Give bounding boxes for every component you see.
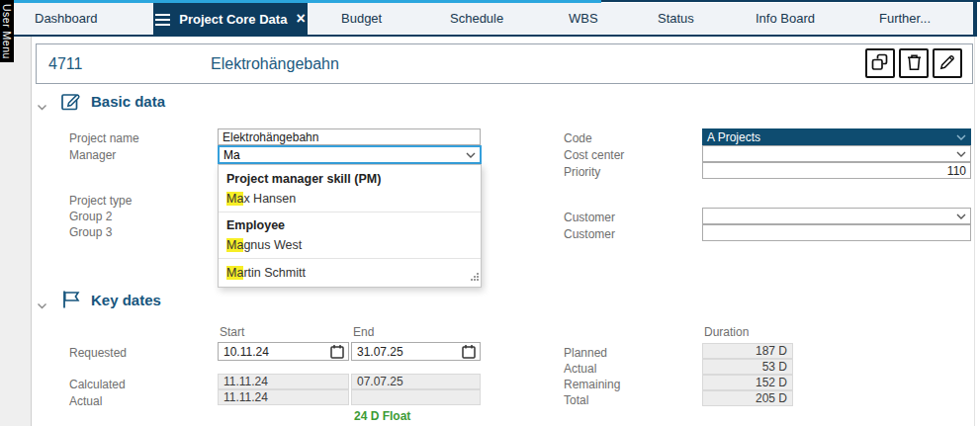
- customer-input[interactable]: [702, 224, 971, 241]
- planned-duration-label: Planned: [564, 345, 607, 361]
- manager-combobox[interactable]: Ma: [218, 145, 482, 164]
- actual-duration-label: Actual: [564, 361, 596, 377]
- duration-column-header: Duration: [704, 325, 749, 339]
- tab-schedule[interactable]: Schedule: [450, 3, 503, 35]
- basic-data-section-title: Basic data: [91, 91, 165, 113]
- header-actions: [865, 48, 962, 78]
- tab-further[interactable]: Further...: [879, 3, 931, 35]
- user-menu-toggle[interactable]: User Menu: [0, 0, 14, 62]
- tab-project-core-data[interactable]: Project Core Data ×: [153, 3, 308, 35]
- code-label: Code: [564, 130, 592, 146]
- top-border-line: [601, 0, 980, 2]
- chevron-down-icon[interactable]: [956, 213, 966, 219]
- edit-button[interactable]: [933, 48, 962, 78]
- resize-grip-icon[interactable]: [470, 267, 479, 285]
- requested-end-date-input[interactable]: 31.07.25: [351, 342, 481, 361]
- priority-input[interactable]: [702, 162, 971, 179]
- calendar-icon[interactable]: [330, 344, 344, 359]
- chevron-down-icon[interactable]: [956, 134, 966, 140]
- group3-label: Group 3: [69, 224, 112, 240]
- calculated-start-field: 11.11.24: [218, 374, 349, 389]
- project-header: 4711 Elektrohängebahn: [36, 43, 973, 84]
- actual-label: Actual: [69, 393, 102, 409]
- code-value: A Projects: [703, 130, 956, 144]
- requested-end-value: 31.07.25: [352, 345, 462, 359]
- actual-start-field: 11.11.24: [218, 389, 349, 405]
- trash-icon: [906, 53, 923, 74]
- key-dates-collapse-chevron-icon[interactable]: [37, 297, 47, 304]
- left-rail: [0, 37, 32, 426]
- actual-duration-field: 53 D: [702, 359, 793, 375]
- planned-duration-field: 187 D: [702, 343, 793, 359]
- project-title: Elektrohängebahn: [211, 44, 339, 83]
- manager-value: Ma: [220, 148, 466, 162]
- copy-button[interactable]: [865, 48, 895, 78]
- manager-label: Manager: [69, 147, 116, 163]
- float-note: 24 D Float: [354, 409, 410, 423]
- cost-center-select[interactable]: [702, 145, 971, 162]
- dropdown-separator: [219, 258, 481, 259]
- calendar-icon[interactable]: [462, 344, 476, 359]
- total-duration-label: Total: [564, 392, 588, 408]
- remaining-duration-label: Remaining: [564, 377, 620, 392]
- customer-label-2: Customer: [564, 226, 615, 242]
- tab-bar-bottom-border: [13, 35, 977, 37]
- tab-budget[interactable]: Budget: [341, 3, 382, 35]
- end-column-header: End: [353, 325, 374, 339]
- content-right-border: [974, 37, 975, 426]
- customer-label-1: Customer: [564, 210, 615, 225]
- chevron-down-icon[interactable]: [956, 151, 966, 157]
- code-select[interactable]: A Projects: [702, 128, 971, 145]
- actual-end-field: [351, 389, 481, 405]
- basic-data-collapse-chevron-icon[interactable]: [37, 98, 47, 106]
- tab-wbs[interactable]: WBS: [569, 3, 598, 35]
- user-menu-label: User Menu: [1, 4, 13, 59]
- app-window: Dashboard Project Core Data × Budget Sch…: [0, 0, 980, 426]
- autocomplete-item-magnus-west[interactable]: Magnus West: [226, 238, 302, 252]
- pencil-icon: [938, 53, 956, 74]
- copy-icon: [871, 53, 889, 74]
- cost-center-label: Cost center: [564, 147, 624, 163]
- group2-label: Group 2: [69, 209, 112, 224]
- manager-autocomplete-dropdown: Project manager skill (PM) Max Hansen Em…: [218, 164, 482, 288]
- tab-label: Project Core Data: [179, 12, 287, 27]
- calculated-end-field: 07.07.25: [351, 374, 481, 389]
- tab-close-icon[interactable]: ×: [296, 11, 305, 27]
- project-name-label: Project name: [69, 130, 139, 146]
- priority-label: Priority: [564, 164, 600, 180]
- edit-square-icon: [60, 90, 82, 112]
- tab-bar-right-border: [973, 0, 977, 37]
- autocomplete-group-header: Employee: [226, 218, 285, 232]
- tab-info-board[interactable]: Info Board: [756, 3, 815, 35]
- start-column-header: Start: [220, 325, 244, 339]
- tab-status[interactable]: Status: [658, 3, 694, 35]
- delete-button[interactable]: [899, 48, 929, 78]
- project-name-input[interactable]: [218, 128, 481, 145]
- project-id: 4711: [48, 44, 82, 83]
- autocomplete-item-martin-schmitt[interactable]: Martin Schmitt: [226, 266, 306, 280]
- requested-label: Requested: [69, 345, 127, 361]
- total-duration-field: 205 D: [702, 390, 793, 406]
- customer-select[interactable]: [702, 208, 971, 224]
- tab-menu-icon[interactable]: [155, 19, 170, 21]
- requested-start-value: 10.11.24: [219, 345, 330, 359]
- project-type-label: Project type: [69, 193, 132, 209]
- dropdown-separator: [219, 212, 481, 213]
- tab-dashboard[interactable]: Dashboard: [35, 3, 98, 35]
- calculated-label: Calculated: [69, 377, 126, 392]
- requested-start-date-input[interactable]: 10.11.24: [218, 342, 349, 361]
- remaining-duration-field: 152 D: [702, 375, 793, 390]
- flag-icon: [60, 289, 82, 310]
- key-dates-section-title: Key dates: [91, 290, 161, 311]
- autocomplete-item-max-hansen[interactable]: Max Hansen: [226, 192, 296, 206]
- chevron-down-icon[interactable]: [466, 152, 476, 158]
- autocomplete-group-header: Project manager skill (PM): [226, 172, 381, 186]
